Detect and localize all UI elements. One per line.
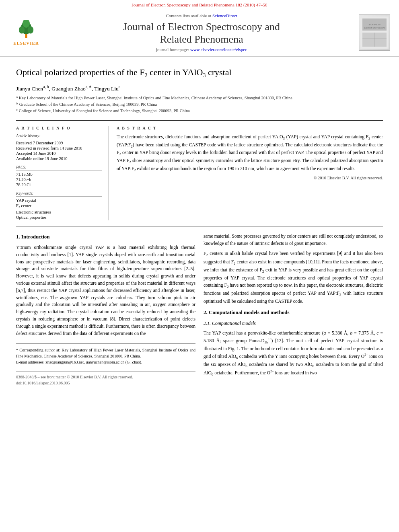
available-date: Available online 19 June 2010 [16,156,102,161]
elsevier-brand-text: ELSEVIER [13,41,39,45]
pacs-label: PACS: [16,165,102,170]
pacs-item-1: 71.15.Mb [16,172,102,177]
abstract-area: A B S T R A C T The electronic structure… [117,126,383,220]
article-info-label: A R T I C L E I N F O [16,126,102,130]
comp-models-para1: The YAP crystal has a perovskite-like or… [204,330,383,378]
footnote-star: * Corresponding author at: Key Laborator… [16,347,195,359]
keyword-4: Optical properties [16,215,102,220]
body-col-right: same material. Some processes governed b… [204,233,383,386]
sciencedirect-link[interactable]: ScienceDirect [212,13,237,18]
keyword-3: Electronic structures [16,210,102,214]
homepage-link[interactable]: www.elsevier.com/locate/elspec [190,47,247,52]
keyword-2: F2 center [16,203,102,209]
doi-line: doi:10.1016/j.elspec.2010.06.005 [16,380,195,386]
accepted-date: Accepted 14 June 2010 [16,151,102,156]
journal-title-area: Contents lists available at ScienceDirec… [48,13,355,52]
history-label: Article history: [16,134,102,139]
cover-image: JOURNAL OF ELECTRON SPECTROSCOPY [359,14,390,51]
pacs-item-3: 78.20.Ci [16,183,102,187]
svg-point-3 [28,27,34,34]
affiliation-c: ᶜ College of Science, University of Shan… [16,108,383,114]
comp-models-heading: 2. Computational models and methods [204,308,383,316]
journal-homepage: journal homepage: www.elsevier.com/locat… [48,47,355,52]
comp-models-subheading: 2.1. Computational models [204,320,383,327]
received-revised-date: Received in revised form 14 June 2010 [16,146,102,150]
intro-para1-cont: same material. Some processes governed b… [204,233,383,247]
affiliation-b: ᵇ Graduate School of the Chinese Academy… [16,101,383,108]
intro-heading: 1. Introduction [16,233,195,241]
svg-text:JOURNAL OF: JOURNAL OF [368,24,380,26]
article-title: Optical polarized properties of the F2 c… [16,67,383,80]
article-info-panel: A R T I C L E I N F O Article history: R… [16,126,109,220]
elsevier-logo: ELSEVIER [8,20,44,45]
cover-thumbnail-icon: JOURNAL OF ELECTRON SPECTROSCOPY [360,16,389,49]
footnote-email: E-mail addresses: zhaoguangjun@163.net, … [16,359,195,365]
top-bar: Journal of Electron Spectroscopy and Rel… [0,0,399,9]
body-columns: 1. Introduction Yttrium orthoaluminate s… [16,233,383,386]
svg-point-2 [19,27,25,34]
keyword-1: YAP crystal [16,198,102,203]
elsevier-tree-icon [14,20,38,40]
svg-text:ELECTRON SPECTROSCOPY: ELECTRON SPECTROSCOPY [364,27,385,29]
issn-line: 0368-2048/$ – see front matter © 2010 El… [16,374,195,380]
abstract-label: A B S T R A C T [117,126,383,130]
intro-para1: Yttrium orthoaluminate single crystal YA… [16,244,195,337]
journal-main-title: Journal of Electron Spectroscopy and Rel… [48,21,355,45]
keywords-section: Keywords: YAP crystal F2 center Electron… [16,191,102,220]
journal-header: ELSEVIER Contents lists available at Sci… [0,9,399,57]
main-content: Optical polarized properties of the F2 c… [0,57,399,392]
pacs-section: PACS: 71.15.Mb 71.20.−b 78.20.Ci [16,165,102,187]
affiliations: ᵃ Key Laboratory of Materials for High P… [16,95,383,114]
body-col-left: 1. Introduction Yttrium orthoaluminate s… [16,233,195,386]
copyright-text: © 2010 Elsevier B.V. All rights reserved… [117,176,383,180]
journal-cover: JOURNAL OF ELECTRON SPECTROSCOPY [359,14,391,51]
info-area: A R T I C L E I N F O Article history: R… [16,120,383,220]
intro-para2: F2 centers in alkali halide crystal have… [204,250,383,305]
bottom-bar: 0368-2048/$ – see front matter © 2010 El… [16,371,195,386]
abstract-text: The electronic structures, dielectric fu… [117,134,383,173]
received-date: Received 7 December 2009 [16,141,102,145]
affiliation-a: ᵃ Key Laboratory of Materials for High P… [16,95,383,101]
keywords-label: Keywords: [16,191,102,197]
contents-line: Contents lists available at ScienceDirec… [48,13,355,18]
journal-citation: Journal of Electron Spectroscopy and Rel… [132,2,267,7]
authors: Jianyu Chena, b, Guangjun Zhaoa,∗, Tingy… [16,84,383,92]
pacs-item-2: 71.20.−b [16,177,102,182]
footnote-area: * Corresponding author at: Key Laborator… [16,343,195,365]
section-divider [16,226,383,227]
